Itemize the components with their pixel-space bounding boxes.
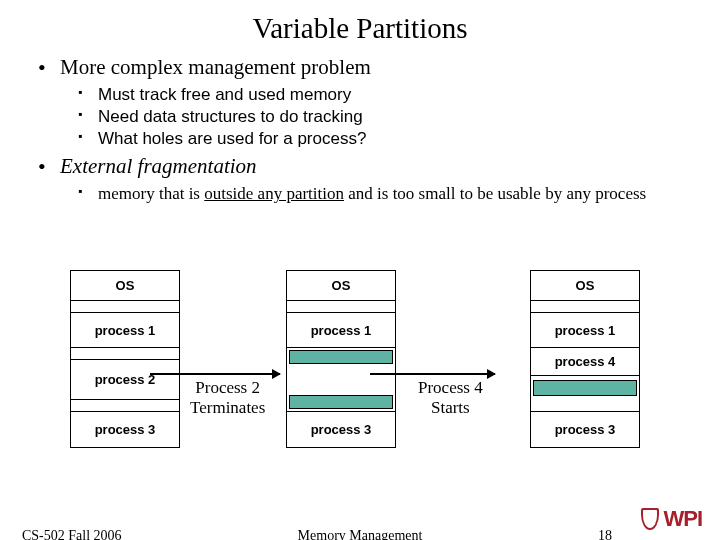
memory-column-2: OS process 1 process 3 — [286, 270, 396, 448]
memory-diagram: OS process 1 process 2 process 3 Process… — [0, 260, 720, 490]
col1-gap3 — [71, 400, 179, 412]
wpi-text: WPI — [663, 506, 702, 532]
label-start: Process 4 Starts — [418, 378, 483, 417]
b2-s1-underline: outside any partition — [204, 184, 344, 203]
wpi-logo: WPI — [641, 506, 702, 532]
col1-os: OS — [71, 271, 179, 301]
col2-p1: process 1 — [287, 313, 395, 348]
slide-body: More complex management problem Must tra… — [0, 55, 720, 205]
label-terminate: Process 2 Terminates — [190, 378, 265, 417]
col2-frag-bot — [289, 395, 393, 409]
bullet-2: External fragmentation memory that is ou… — [38, 154, 692, 205]
col3-gap1 — [531, 301, 639, 313]
bullet-1-text: More complex management problem — [60, 55, 371, 79]
col2-p3: process 3 — [287, 412, 395, 447]
col3-p1: process 1 — [531, 313, 639, 348]
label-terminate-2: Terminates — [190, 398, 265, 417]
shield-icon — [641, 508, 659, 530]
col2-os: OS — [287, 271, 395, 301]
memory-column-3: OS process 1 process 4 process 3 — [530, 270, 640, 448]
bullet-1-sub-1: Must track free and used memory — [78, 84, 692, 106]
col2-frag-top — [289, 350, 393, 364]
footer-topic: Memory Management — [0, 528, 720, 540]
bullet-1: More complex management problem Must tra… — [38, 55, 692, 150]
col3-os: OS — [531, 271, 639, 301]
bullet-1-sub-2: Need data structures to do tracking — [78, 106, 692, 128]
col1-p1: process 1 — [71, 313, 179, 348]
arrow-1 — [150, 373, 280, 375]
b2-s1-post: and is too small to be usable by any pro… — [344, 184, 646, 203]
label-start-2: Starts — [431, 398, 470, 417]
col3-free-hole — [531, 376, 639, 412]
col1-p3: process 3 — [71, 412, 179, 447]
slide-title: Variable Partitions — [0, 0, 720, 55]
arrow-2 — [370, 373, 495, 375]
col2-free-hole — [287, 348, 395, 412]
col1-gap1 — [71, 301, 179, 313]
label-start-1: Process 4 — [418, 378, 483, 397]
bullet-1-sub-3: What holes are used for a process? — [78, 128, 692, 150]
col3-frag — [533, 380, 637, 396]
b2-s1-pre: memory that is — [98, 184, 204, 203]
label-terminate-1: Process 2 — [195, 378, 260, 397]
bullet-2-sub-1: memory that is outside any partition and… — [78, 183, 692, 205]
bullet-2-text: External fragmentation — [60, 154, 257, 178]
col2-gap1 — [287, 301, 395, 313]
col3-p3: process 3 — [531, 412, 639, 447]
col3-p4: process 4 — [531, 348, 639, 376]
col1-gap2 — [71, 348, 179, 360]
memory-column-1: OS process 1 process 2 process 3 — [70, 270, 180, 448]
footer-page-number: 18 — [598, 528, 612, 540]
col1-p2: process 2 — [71, 360, 179, 400]
